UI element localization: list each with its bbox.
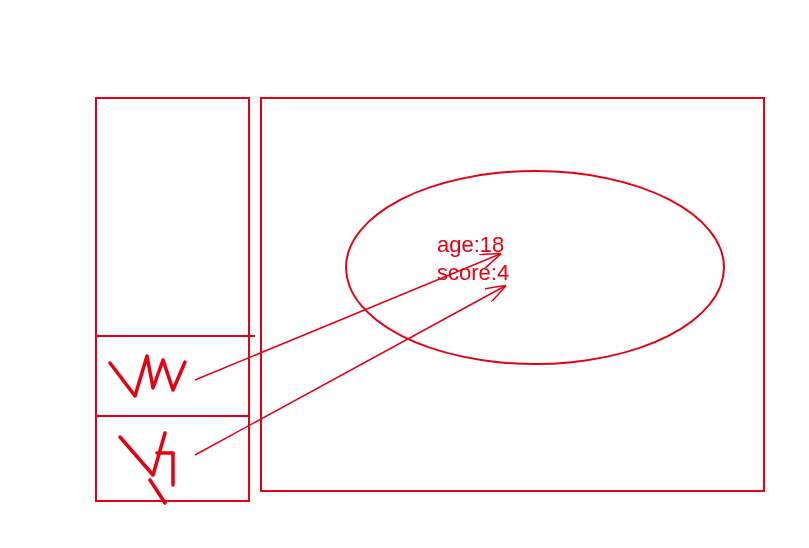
handwritten-mark-1 xyxy=(105,348,195,403)
handwritten-mark-2 xyxy=(115,425,195,505)
stack-divider-2 xyxy=(95,415,250,417)
diagram-container: age:18 score:4 xyxy=(0,0,809,548)
object-ellipse xyxy=(345,170,725,365)
age-field: age:18 xyxy=(437,232,504,258)
stack-divider-1 xyxy=(95,335,255,337)
score-field: score:4 xyxy=(437,260,509,286)
